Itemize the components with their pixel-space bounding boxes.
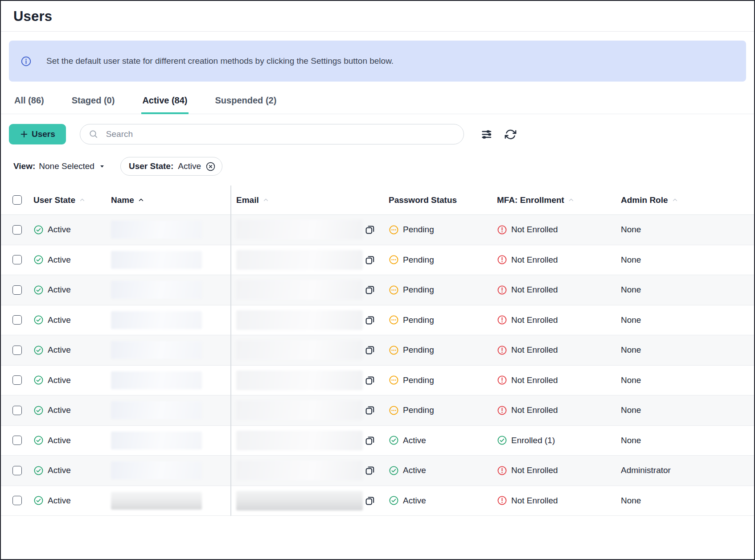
- table-row[interactable]: Active Pending: [1, 275, 754, 305]
- add-users-button[interactable]: Users: [9, 124, 66, 144]
- row-checkbox[interactable]: [12, 255, 22, 264]
- copy-email-button[interactable]: [365, 375, 375, 386]
- check-circle-icon: [33, 495, 44, 506]
- check-circle-icon: [33, 315, 44, 325]
- redacted-email: [236, 250, 363, 270]
- admin-role-value: None: [621, 225, 641, 234]
- user-state-value: Active: [48, 255, 71, 265]
- row-checkbox[interactable]: [12, 375, 22, 385]
- refresh-button[interactable]: [505, 128, 517, 140]
- select-all-checkbox[interactable]: [12, 195, 22, 205]
- filter-settings-button[interactable]: [480, 128, 492, 140]
- copy-icon: [365, 284, 375, 295]
- col-header-email[interactable]: Email: [230, 195, 384, 205]
- check-circle-icon: [33, 225, 44, 235]
- table-row[interactable]: Active Pending: [1, 305, 754, 336]
- sort-asc-icon: [78, 196, 86, 204]
- mfa-enrollment-value: Not Enrolled: [511, 405, 558, 415]
- user-state-value: Active: [48, 496, 71, 506]
- row-checkbox[interactable]: [12, 436, 22, 445]
- alert-circle-icon: [497, 345, 507, 355]
- mfa-enrollment-value: Not Enrolled: [511, 315, 558, 325]
- copy-email-button[interactable]: [365, 465, 375, 476]
- redacted-name: [111, 341, 202, 359]
- alert-circle-icon: [497, 315, 507, 325]
- filter-bar: View: None Selected User State: Active: [13, 157, 754, 176]
- table-row[interactable]: Active Pending: [1, 215, 754, 245]
- mfa-enrollment-value: Not Enrolled: [511, 375, 558, 385]
- row-checkbox[interactable]: [12, 346, 22, 355]
- redacted-name: [111, 251, 202, 269]
- search-input[interactable]: [106, 129, 455, 139]
- plus-icon: [20, 130, 29, 139]
- row-checkbox[interactable]: [12, 496, 22, 505]
- copy-email-button[interactable]: [365, 315, 375, 325]
- check-circle-icon: [497, 435, 507, 445]
- user-state-value: Active: [48, 315, 71, 325]
- row-checkbox[interactable]: [12, 406, 22, 415]
- row-checkbox[interactable]: [12, 285, 22, 295]
- mfa-enrollment-value: Not Enrolled: [511, 465, 558, 475]
- tab-staged[interactable]: Staged (0): [71, 94, 116, 114]
- search-icon: [88, 129, 99, 140]
- col-header-user-state[interactable]: User State: [26, 195, 108, 205]
- copy-icon: [365, 255, 375, 265]
- redacted-name: [111, 432, 202, 449]
- table-row[interactable]: Active Active: [1, 426, 754, 456]
- copy-email-button[interactable]: [365, 284, 375, 295]
- password-status-value: Pending: [403, 375, 434, 385]
- pending-circle-icon: [389, 405, 399, 416]
- admin-role-value: None: [621, 496, 641, 505]
- remove-filter-button[interactable]: [205, 161, 216, 172]
- redacted-name: [111, 461, 202, 479]
- table-row[interactable]: Active Pending: [1, 395, 754, 426]
- mfa-enrollment-value: Not Enrolled: [511, 345, 558, 355]
- sort-asc-icon: [137, 196, 145, 204]
- tab-active[interactable]: Active (84): [141, 94, 188, 114]
- table-row[interactable]: Active Pending: [1, 245, 754, 276]
- admin-role-value: None: [621, 315, 641, 325]
- tab-suspended[interactable]: Suspended (2): [214, 94, 278, 114]
- col-header-password-status[interactable]: Password Status: [384, 195, 493, 205]
- alert-circle-icon: [497, 495, 507, 506]
- col-label-email: Email: [236, 195, 259, 205]
- caret-down-icon: [98, 162, 106, 170]
- page-header: Users: [1, 1, 754, 32]
- user-state-filter-chip[interactable]: User State: Active: [120, 157, 222, 176]
- banner-text: Set the default user state for different…: [46, 56, 394, 66]
- copy-email-button[interactable]: [365, 255, 375, 265]
- row-checkbox[interactable]: [12, 466, 22, 475]
- check-circle-icon: [33, 375, 44, 385]
- pending-circle-icon: [389, 345, 399, 355]
- copy-email-button[interactable]: [365, 435, 375, 446]
- copy-email-button[interactable]: [365, 345, 375, 355]
- alert-circle-icon: [497, 375, 507, 385]
- tab-all[interactable]: All (86): [13, 94, 45, 114]
- copy-email-button[interactable]: [365, 405, 375, 416]
- table-row[interactable]: Active Pending: [1, 366, 754, 396]
- col-header-admin-role[interactable]: Admin Role: [617, 195, 754, 205]
- copy-icon: [365, 345, 375, 355]
- search-box: [80, 124, 464, 144]
- table-row[interactable]: Active Active: [1, 456, 754, 486]
- user-state-value: Active: [48, 225, 71, 235]
- redacted-email: [236, 310, 363, 330]
- redacted-email: [236, 371, 363, 390]
- table-row[interactable]: Active Pending: [1, 335, 754, 366]
- copy-icon: [365, 375, 375, 386]
- users-page: Users Set the default user state for dif…: [0, 0, 755, 560]
- view-dropdown[interactable]: View: None Selected: [13, 161, 106, 171]
- table-body: Active Pending: [1, 215, 754, 516]
- info-banner: Set the default user state for different…: [9, 41, 746, 82]
- col-header-name[interactable]: Name: [108, 195, 230, 205]
- copy-email-button[interactable]: [365, 495, 375, 506]
- password-status-value: Active: [403, 465, 426, 475]
- row-checkbox[interactable]: [12, 225, 22, 235]
- alert-circle-icon: [497, 285, 507, 295]
- password-status-value: Active: [403, 496, 426, 506]
- col-header-mfa-enrollment[interactable]: MFA: Enrollment: [493, 195, 617, 205]
- table-row[interactable]: Active Active: [1, 486, 754, 516]
- row-checkbox[interactable]: [12, 315, 22, 325]
- admin-role-value: None: [621, 255, 641, 264]
- copy-email-button[interactable]: [365, 224, 375, 235]
